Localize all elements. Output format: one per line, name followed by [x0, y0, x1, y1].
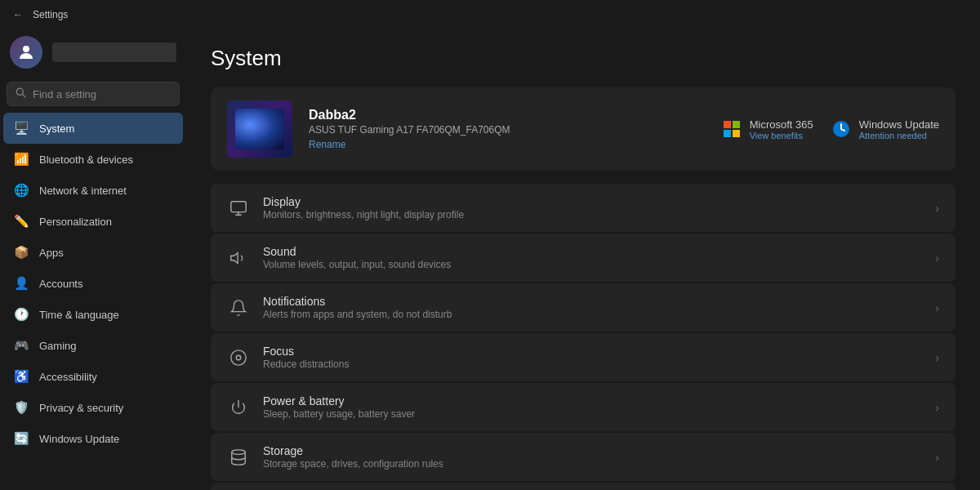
bluetooth-icon: 📶 — [13, 151, 29, 167]
sidebar-item-personalization[interactable]: ✏️ Personalization — [3, 206, 183, 237]
search-icon — [16, 87, 26, 100]
storage-content: Storage Storage space, drives, configura… — [263, 444, 922, 470]
sidebar-item-system[interactable]: 🖥️ System — [3, 113, 183, 144]
sound-content: Sound Volume levels, output, input, soun… — [263, 245, 922, 270]
sidebar-item-label: Gaming — [39, 340, 77, 352]
sidebar-item-accessibility[interactable]: ♿ Accessibility — [3, 361, 183, 392]
settings-item-power[interactable]: Power & battery Sleep, battery usage, ba… — [211, 383, 956, 431]
svg-rect-6 — [733, 130, 740, 137]
sidebar-item-label: Accounts — [39, 278, 82, 290]
page-title: System — [211, 46, 956, 71]
sidebar-item-privacy[interactable]: 🛡️ Privacy & security — [3, 392, 183, 423]
display-desc: Monitors, brightness, night light, displ… — [263, 209, 922, 220]
device-thumbnail — [235, 109, 284, 149]
sidebar-item-label: Apps — [39, 247, 64, 259]
device-actions: Microsoft 365 View benefits Windows Upda… — [720, 118, 939, 140]
notifications-chevron: › — [935, 301, 939, 314]
settings-item-focus[interactable]: Focus Reduce distractions › — [211, 333, 956, 381]
winupdate-icon: 🔄 — [13, 430, 29, 447]
content-area: System Dabba2 ASUS TUF Gaming A17 FA706Q… — [186, 29, 980, 490]
notifications-title: Notifications — [263, 295, 922, 308]
personalization-icon: ✏️ — [13, 213, 29, 229]
power-icon — [227, 396, 250, 419]
sound-title: Sound — [263, 245, 922, 258]
power-desc: Sleep, battery usage, battery saver — [263, 408, 922, 420]
sidebar-item-accounts[interactable]: 👤 Accounts — [3, 268, 183, 299]
settings-item-notifications[interactable]: Notifications Alerts from apps and syste… — [211, 283, 956, 332]
gaming-icon: 🎮 — [13, 337, 29, 354]
svg-line-2 — [23, 95, 26, 98]
search-input[interactable] — [33, 88, 171, 100]
power-content: Power & battery Sleep, battery usage, ba… — [263, 394, 922, 420]
privacy-icon: 🛡️ — [13, 399, 29, 416]
sidebar-item-label: Personalization — [39, 216, 112, 228]
sidebar-item-label: System — [39, 122, 74, 135]
svg-point-11 — [236, 355, 241, 360]
username-box — [52, 42, 176, 62]
svg-point-0 — [23, 46, 29, 52]
search-box[interactable] — [7, 82, 180, 106]
focus-icon — [227, 346, 250, 369]
sidebar-item-network[interactable]: 🌐 Network & internet — [3, 175, 183, 206]
avatar — [10, 36, 42, 69]
sidebar-item-label: Time & language — [39, 309, 119, 321]
power-chevron: › — [935, 401, 939, 414]
sidebar-item-apps[interactable]: 📦 Apps — [3, 237, 183, 268]
winupdate-action-sub: Attention needed — [859, 131, 939, 140]
notifications-icon — [227, 296, 250, 319]
main-layout: 🖥️ System 📶 Bluetooth & devices 🌐 Networ… — [0, 29, 980, 490]
focus-title: Focus — [263, 345, 922, 358]
sidebar-item-gaming[interactable]: 🎮 Gaming — [3, 330, 183, 361]
svg-point-12 — [232, 449, 246, 454]
sidebar-item-label: Network & internet — [39, 185, 127, 197]
back-button[interactable]: ← — [10, 7, 26, 23]
winupdate-text: Windows Update Attention needed — [859, 118, 939, 140]
storage-icon — [227, 446, 250, 469]
ms365-sub: View benefits — [750, 131, 813, 140]
settings-item-storage[interactable]: Storage Storage space, drives, configura… — [211, 433, 956, 481]
svg-point-1 — [16, 88, 23, 95]
sidebar: 🖥️ System 📶 Bluetooth & devices 🌐 Networ… — [0, 29, 186, 490]
svg-point-10 — [231, 350, 246, 364]
svg-marker-9 — [231, 252, 238, 263]
device-info: Dabba2 ASUS TUF Gaming A17 FA706QM_FA706… — [309, 108, 704, 150]
user-section — [0, 29, 186, 82]
ms365-action[interactable]: Microsoft 365 View benefits — [720, 118, 813, 140]
network-icon: 🌐 — [13, 182, 29, 198]
accessibility-icon: ♿ — [13, 368, 29, 385]
sidebar-item-winupdate[interactable]: 🔄 Windows Update — [3, 423, 183, 454]
winupdate-action[interactable]: Windows Update Attention needed — [830, 118, 939, 140]
settings-item-nearby[interactable]: Nearby sharing Discoverability, received… — [211, 483, 956, 490]
device-name: Dabba2 — [309, 108, 704, 122]
settings-list: Display Monitors, brightness, night ligh… — [211, 184, 956, 490]
sidebar-item-label: Bluetooth & devices — [39, 154, 133, 166]
winupdate-action-label: Windows Update — [859, 118, 939, 131]
app-title: Settings — [33, 9, 68, 20]
settings-item-sound[interactable]: Sound Volume levels, output, input, soun… — [211, 234, 956, 282]
device-image — [227, 100, 292, 158]
svg-rect-3 — [724, 121, 731, 128]
time-icon: 🕐 — [13, 306, 29, 323]
focus-chevron: › — [935, 351, 939, 364]
winupdate-action-icon — [830, 118, 853, 140]
storage-title: Storage — [263, 444, 922, 457]
device-rename-button[interactable]: Rename — [309, 139, 704, 150]
ms365-icon — [720, 118, 743, 140]
sidebar-item-time[interactable]: 🕐 Time & language — [3, 299, 183, 330]
display-chevron: › — [935, 202, 939, 215]
apps-icon: 📦 — [13, 244, 29, 261]
ms365-text: Microsoft 365 View benefits — [750, 118, 813, 140]
sound-desc: Volume levels, output, input, sound devi… — [263, 259, 922, 270]
sidebar-item-label: Accessibility — [39, 371, 97, 383]
device-card: Dabba2 ASUS TUF Gaming A17 FA706QM_FA706… — [211, 87, 956, 171]
focus-content: Focus Reduce distractions — [263, 345, 922, 370]
display-icon — [227, 197, 250, 220]
device-model: ASUS TUF Gaming A17 FA706QM_FA706QM — [309, 124, 704, 136]
sound-icon — [227, 247, 250, 270]
sidebar-item-label: Privacy & security — [39, 402, 123, 414]
sidebar-item-bluetooth[interactable]: 📶 Bluetooth & devices — [3, 144, 183, 175]
svg-rect-5 — [724, 130, 731, 137]
power-title: Power & battery — [263, 394, 922, 408]
settings-item-display[interactable]: Display Monitors, brightness, night ligh… — [211, 184, 956, 232]
display-content: Display Monitors, brightness, night ligh… — [263, 195, 922, 220]
